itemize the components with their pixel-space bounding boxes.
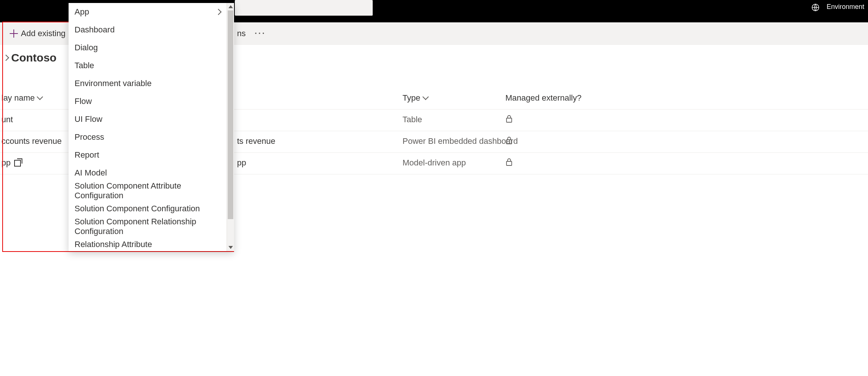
dropdown-item-label: App xyxy=(75,7,89,17)
dropdown-item[interactable]: Dashboard xyxy=(69,21,227,39)
dropdown-item-label: Solution Component Relationship Configur… xyxy=(75,217,221,236)
dropdown-item-label: Solution Component Configuration xyxy=(75,204,200,214)
dropdown-item[interactable]: Report xyxy=(69,146,227,164)
dropdown-item-label: Report xyxy=(75,150,99,160)
command-bar-overflow-area: ns ··· xyxy=(237,22,266,45)
dropdown-item[interactable]: Relationship Attribute xyxy=(69,236,227,251)
add-existing-dropdown: AppDashboardDialogTableEnvironment varia… xyxy=(69,3,234,251)
globe-icon xyxy=(811,3,820,14)
dropdown-item-label: Environment variable xyxy=(75,79,152,88)
cell-name: ts revenue xyxy=(237,136,275,146)
triangle-up-icon xyxy=(228,5,233,8)
breadcrumb[interactable]: Contoso xyxy=(4,51,57,64)
dropdown-item-label: Solution Component Attribute Configurati… xyxy=(75,181,221,200)
dropdown-item-label: Table xyxy=(75,61,94,70)
dropdown-item[interactable]: Table xyxy=(69,57,227,75)
dropdown-item-label: UI Flow xyxy=(75,114,102,124)
lock-icon xyxy=(505,159,513,168)
chevron-right-icon xyxy=(3,55,9,61)
scrollbar-thumb[interactable] xyxy=(228,10,233,219)
dropdown-item[interactable]: Flow xyxy=(69,92,227,110)
page-title: Contoso xyxy=(11,51,57,64)
cell-display-name: ccounts revenue xyxy=(1,136,61,146)
environment-picker[interactable]: Environment xyxy=(811,3,864,14)
dropdown-item-label: Dialog xyxy=(75,43,98,53)
plus-icon xyxy=(10,29,18,38)
cell-type: Power BI embedded dashboard xyxy=(403,136,518,146)
add-existing-label: Add existing xyxy=(21,29,66,38)
dropdown-item-label: Dashboard xyxy=(75,25,115,35)
more-commands-button[interactable]: ··· xyxy=(255,29,266,38)
dropdown-item[interactable]: Solution Component Relationship Configur… xyxy=(69,218,227,236)
svg-rect-3 xyxy=(506,161,512,165)
dropdown-item[interactable]: App xyxy=(69,3,227,21)
svg-rect-1 xyxy=(506,118,512,122)
truncated-command-text: ns xyxy=(237,29,246,38)
chevron-right-icon xyxy=(215,9,222,15)
column-header-managed-externally[interactable]: Managed externally? xyxy=(505,93,581,103)
dropdown-item[interactable]: Dialog xyxy=(69,39,227,57)
dropdown-item[interactable]: Environment variable xyxy=(69,75,227,92)
dropdown-item-label: Process xyxy=(75,132,104,142)
chevron-down-icon xyxy=(37,94,43,100)
column-header-display-name[interactable]: lay name xyxy=(1,93,42,103)
dropdown-item[interactable]: Solution Component Configuration xyxy=(69,200,227,218)
triangle-down-icon xyxy=(228,246,233,249)
svg-rect-2 xyxy=(506,140,512,144)
lock-icon xyxy=(505,116,513,125)
cell-managed-externally xyxy=(505,158,513,168)
scrollbar-up-button[interactable] xyxy=(227,3,234,10)
search-box[interactable] xyxy=(235,0,373,16)
column-header-type[interactable]: Type xyxy=(403,93,428,103)
cell-managed-externally xyxy=(505,115,513,125)
dropdown-item[interactable]: AI Model xyxy=(69,164,227,182)
dropdown-item[interactable]: Process xyxy=(69,128,227,146)
scrollbar-down-button[interactable] xyxy=(227,244,234,251)
lock-icon xyxy=(505,137,513,146)
cell-managed-externally xyxy=(505,136,513,147)
dropdown-item-label: AI Model xyxy=(75,168,107,178)
environment-label: Environment xyxy=(827,3,864,10)
cell-display-name: unt xyxy=(1,115,13,124)
cell-display-name: pp xyxy=(1,158,21,168)
cell-type: Model-driven app xyxy=(403,158,466,168)
dropdown-item[interactable]: UI Flow xyxy=(69,110,227,128)
dropdown-item-label: Relationship Attribute xyxy=(75,240,152,249)
dropdown-item[interactable]: Solution Component Attribute Configurati… xyxy=(69,182,227,200)
dropdown-item-label: Flow xyxy=(75,97,92,106)
chevron-down-icon xyxy=(422,94,429,100)
open-external-icon[interactable] xyxy=(14,160,21,167)
cell-type: Table xyxy=(403,115,422,124)
dropdown-list: AppDashboardDialogTableEnvironment varia… xyxy=(69,3,227,251)
cell-name: pp xyxy=(237,158,246,168)
dropdown-scrollbar[interactable] xyxy=(227,3,234,251)
